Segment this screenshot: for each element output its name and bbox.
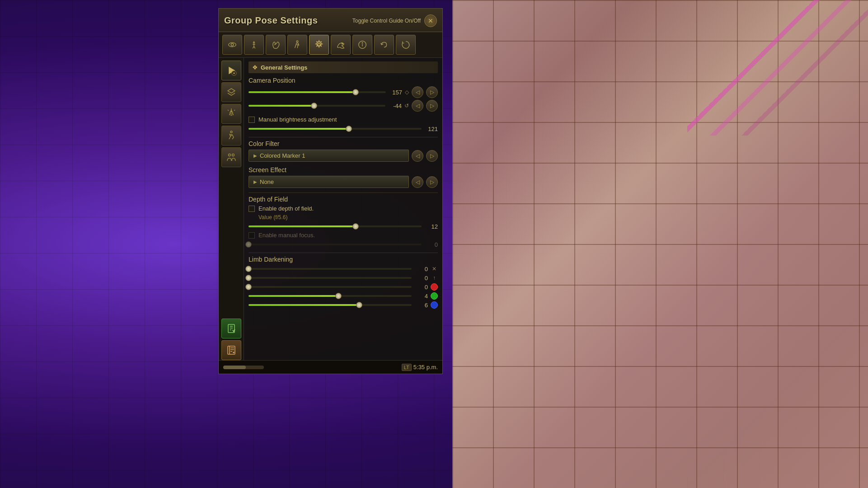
divider-1 — [249, 137, 438, 137]
brightness-checkbox[interactable] — [249, 117, 255, 123]
manual-focus-checkbox[interactable] — [249, 232, 255, 239]
divider-2 — [249, 192, 438, 193]
limb-slider-1[interactable] — [249, 274, 412, 282]
limb-thumb-2[interactable] — [245, 284, 252, 290]
limb-expand-icon-1[interactable]: ↑ — [431, 274, 438, 282]
current-time: 5:35 p.m. — [413, 364, 438, 371]
svg-point-7 — [296, 41, 298, 42]
tab-reset[interactable] — [396, 35, 416, 55]
section-header-text: General Settings — [261, 64, 307, 71]
status-scrollbar[interactable] — [223, 366, 264, 369]
limb-color-green — [431, 292, 438, 300]
sidebar-item-layers[interactable] — [221, 82, 241, 102]
camera-v-next-btn[interactable]: ▷ — [426, 100, 438, 112]
screen-effect-label: Screen Effect — [249, 166, 438, 174]
sidebar-item-notebook-green[interactable] — [221, 319, 241, 338]
dof-value-label: Value (f/5.6) — [258, 214, 438, 221]
brightness-thumb[interactable] — [346, 126, 352, 132]
section-header-icon: ❖ — [252, 64, 258, 71]
screen-effect-prev-btn[interactable]: ◁ — [412, 176, 423, 188]
camera-v-prev-btn[interactable]: ◁ — [412, 100, 423, 112]
limb-track-4 — [249, 304, 412, 306]
screen-effect-next-btn[interactable]: ▷ — [426, 176, 438, 188]
limb-darkening-group: Limb Darkening 0 ✕ — [249, 256, 438, 309]
brightness-group: Manual brightness adjustment 121 — [249, 116, 438, 132]
camera-position-group: Camera Position 157 ◇ ◁ ▷ — [249, 77, 438, 112]
tab-undo[interactable] — [374, 35, 394, 55]
tab-dragon[interactable] — [331, 35, 351, 55]
camera-h-thumb[interactable] — [352, 89, 359, 95]
sidebar-item-book-brown[interactable] — [221, 340, 241, 360]
panel-header-right: Toggle Control Guide On/Off ✕ — [352, 14, 437, 27]
color-filter-group: Color Filter ▶ Colored Marker 1 ◁ ▷ — [249, 140, 438, 162]
sidebar-item-light[interactable] — [221, 104, 241, 124]
camera-v-value: -44 — [388, 103, 402, 109]
limb-slider-4[interactable] — [249, 301, 412, 309]
dof-slider[interactable] — [249, 223, 422, 230]
limb-row-3: 4 — [249, 292, 438, 300]
camera-position-label: Camera Position — [249, 77, 438, 84]
tab-walk[interactable] — [287, 35, 307, 55]
svg-marker-15 — [228, 89, 235, 93]
limb-thumb-3[interactable] — [335, 293, 342, 299]
camera-h-value: 157 — [389, 89, 402, 96]
camera-h-slider[interactable] — [249, 89, 386, 96]
brightness-slider[interactable] — [249, 125, 422, 132]
camera-v-slider[interactable] — [249, 102, 385, 109]
sidebar-item-group[interactable] — [221, 147, 241, 167]
limb-value-2: 0 — [414, 284, 428, 291]
dof-slider-row: 12 — [249, 223, 438, 230]
limb-track-0 — [249, 268, 412, 270]
camera-v-thumb[interactable] — [311, 103, 317, 109]
limb-fill-4 — [249, 304, 359, 306]
svg-point-36 — [233, 352, 234, 353]
limb-slider-0[interactable] — [249, 265, 412, 272]
tab-gear-star[interactable] — [309, 35, 329, 55]
section-header-general: ❖ General Settings — [249, 61, 438, 73]
svg-point-12 — [362, 42, 362, 43]
svg-point-9 — [342, 43, 343, 44]
sidebar-item-run[interactable] — [221, 126, 241, 145]
camera-h-fill — [249, 91, 356, 93]
manual-focus-slider — [249, 241, 422, 248]
svg-line-6 — [254, 47, 255, 49]
manual-focus-slider-row: 0 — [249, 241, 438, 248]
svg-point-1 — [231, 43, 234, 46]
dof-enable-checkbox[interactable] — [249, 206, 255, 212]
color-filter-prev-btn[interactable]: ◁ — [412, 150, 423, 162]
limb-thumb-0[interactable] — [245, 266, 252, 272]
tab-info[interactable] — [352, 35, 372, 55]
color-filter-next-btn[interactable]: ▷ — [426, 150, 438, 162]
svg-point-25 — [228, 154, 230, 156]
camera-h-next-btn[interactable]: ▷ — [426, 86, 438, 98]
close-button[interactable]: ✕ — [424, 14, 437, 27]
limb-value-1: 0 — [414, 275, 428, 282]
tab-eye[interactable] — [222, 35, 242, 55]
status-bar: LT 5:35 p.m. — [219, 360, 442, 374]
tab-figure[interactable] — [244, 35, 264, 55]
dof-thumb[interactable] — [352, 223, 359, 230]
brightness-track — [249, 128, 422, 130]
svg-point-26 — [232, 154, 234, 156]
brightness-checkbox-row: Manual brightness adjustment — [249, 116, 438, 123]
limb-expand-icon-0[interactable]: ✕ — [431, 265, 438, 272]
dof-fill — [249, 225, 356, 227]
limb-thumb-1[interactable] — [245, 275, 252, 281]
limb-row-1: 0 ↑ — [249, 274, 438, 282]
tab-hands[interactable] — [266, 35, 286, 55]
camera-h-prev-btn[interactable]: ◁ — [412, 86, 423, 98]
color-filter-dropdown[interactable]: ▶ Colored Marker 1 — [249, 150, 409, 162]
sidebar-item-play-settings[interactable] — [221, 61, 241, 80]
panel-title: Group Pose Settings — [224, 15, 318, 26]
status-time-area: LT 5:35 p.m. — [402, 364, 438, 371]
limb-darkening-label: Limb Darkening — [249, 256, 438, 263]
limb-slider-3[interactable] — [249, 292, 412, 300]
limb-value-3: 4 — [414, 293, 428, 300]
limb-slider-2[interactable] — [249, 283, 412, 291]
camera-v-fill — [249, 105, 314, 107]
limb-row-4: 6 — [249, 301, 438, 309]
svg-line-19 — [234, 110, 235, 111]
camera-v-track — [249, 105, 385, 107]
limb-thumb-4[interactable] — [356, 302, 362, 308]
screen-effect-dropdown[interactable]: ▶ None — [249, 176, 409, 188]
